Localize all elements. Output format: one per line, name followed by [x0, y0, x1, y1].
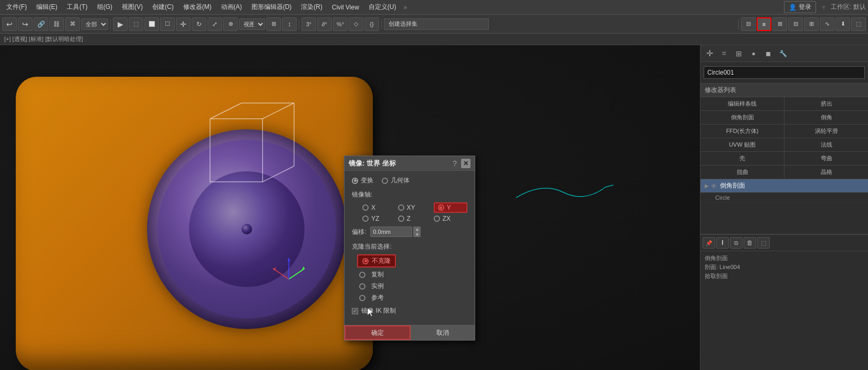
axis-y[interactable]: Y [434, 202, 467, 213]
reference-coord[interactable]: 视图 [239, 18, 265, 30]
dialog-confirm-button[interactable]: 确定 [344, 325, 411, 340]
eye-icon[interactable]: 👁 [711, 183, 717, 189]
modifier-cell-bevel-profile[interactable]: 倒角剖面 [700, 111, 784, 124]
dialog-help-button[interactable]: ? [453, 159, 457, 168]
scale-uniform[interactable]: ⊕ [223, 17, 238, 31]
offset-down-btn[interactable]: ▼ [413, 232, 421, 237]
modifier-cell-lattice[interactable]: 晶格 [785, 166, 868, 179]
scale-tool[interactable]: ⤢ [207, 17, 222, 31]
motion-panel-btn[interactable]: ● [747, 47, 760, 60]
select-tool[interactable]: ▶ [113, 17, 128, 31]
menu-civil-view[interactable]: Civil View [328, 3, 363, 12]
axis-z[interactable]: Z [398, 215, 427, 222]
object-name-field[interactable] [704, 66, 865, 79]
align-btn[interactable]: ≡ [757, 17, 771, 31]
select-and-place[interactable]: ↕ [282, 17, 297, 31]
geometry-radio[interactable]: 几何体 [382, 176, 410, 185]
menu-animation[interactable]: 动画(A) [217, 2, 246, 13]
modifier-sub-circle[interactable]: Circle [700, 193, 868, 203]
axis-xy[interactable]: XY [398, 204, 427, 211]
schematic-view-btn[interactable]: ∿ [820, 17, 834, 31]
modifier-stack-item-bevel-profile[interactable]: ▶ 👁 倒角剖面 [700, 179, 868, 193]
modifier-cell-turbosmooth[interactable]: 涡轮平滑 [785, 125, 868, 138]
offset-input[interactable] [370, 227, 412, 237]
svg-line-7 [273, 269, 289, 279]
viewport[interactable]: 镜像: 世界 坐标 ? ✕ 变换 几 [0, 45, 700, 370]
snap-spinner[interactable]: ◇ [349, 17, 363, 31]
menu-modifier[interactable]: 修改器(M) [179, 2, 216, 13]
link-button[interactable]: 🔗 [34, 17, 48, 31]
paint-select[interactable]: ☐ [160, 17, 175, 31]
menu-file[interactable]: 文件(F) [2, 2, 31, 13]
modifier-cell-bend[interactable]: 弯曲 [785, 152, 868, 165]
make-unique-button[interactable]: ⬚ [757, 237, 770, 249]
schematic[interactable]: {} [364, 17, 379, 31]
svg-line-0 [210, 103, 242, 119]
unlink-button[interactable]: ⛓ [49, 17, 64, 31]
grid-btn[interactable]: ⊞ [772, 17, 787, 31]
undo-button[interactable]: ↩ [2, 17, 17, 31]
pivot-btn[interactable]: ⊞ [266, 17, 281, 31]
modifier-cell-normal[interactable]: 法线 [785, 138, 868, 151]
axis-yz[interactable]: YZ [362, 215, 392, 222]
clone-none-radio [362, 258, 369, 264]
curve-editor-btn[interactable]: ⊞ [804, 17, 819, 31]
modifier-cell-twist[interactable]: 扭曲 [700, 166, 784, 179]
right-panel: ✛ ⌗ ⊞ ● ◼ 🔧 修改器列表 编辑样条线 挤出 倒角剖面 倒角 FFD(长… [700, 45, 868, 370]
selection-filter[interactable]: 全部 [81, 18, 108, 30]
login-button[interactable]: 👤 登录 [784, 1, 816, 13]
clone-none-option[interactable]: 不克隆 [357, 254, 467, 268]
axis-x[interactable]: X [362, 204, 392, 211]
edit-modifier-button[interactable]: I [716, 237, 729, 249]
delete-modifier-button[interactable]: 🗑 [744, 237, 756, 249]
menu-group[interactable]: 组(G) [93, 2, 117, 13]
clone-copy-option[interactable]: 复制 [359, 270, 467, 279]
menu-tools[interactable]: 工具(T) [62, 2, 91, 13]
menu-view[interactable]: 视图(V) [118, 2, 147, 13]
utils-panel-btn[interactable]: 🔧 [776, 47, 790, 60]
rotate-tool[interactable]: ↻ [192, 17, 206, 31]
modifier-cell-edit-spline[interactable]: 编辑样条线 [700, 97, 784, 110]
clone-instance-option[interactable]: 实例 [359, 282, 467, 291]
transform-geometry-row: 变换 几何体 [352, 176, 467, 185]
modifier-cell-extrude[interactable]: 挤出 [785, 97, 868, 110]
bind-button[interactable]: ⌘ [65, 17, 80, 31]
transform-radio[interactable]: 变换 [352, 176, 373, 185]
snap-3d[interactable]: 3° [301, 17, 316, 31]
offset-up-btn[interactable]: ▲ [413, 227, 421, 232]
snap-angle[interactable]: ∂° [317, 17, 332, 31]
copy-modifier-button[interactable]: ⧉ [730, 237, 742, 249]
extra-btn[interactable]: ⬚ [851, 17, 866, 31]
container-btn[interactable]: ⬇ [835, 17, 850, 31]
menu-customize[interactable]: 自定义(U) [364, 2, 401, 13]
menu-create[interactable]: 创建(C) [148, 2, 178, 13]
menu-edit[interactable]: 编辑(E) [32, 2, 61, 13]
sep4 [738, 19, 739, 29]
clone-reference-option[interactable]: 参考 [359, 293, 467, 302]
mirror-btn[interactable]: ⊟ [741, 17, 756, 31]
modifier-cell-shell[interactable]: 壳 [700, 152, 784, 165]
named-selection-field[interactable]: 创建选择集 [384, 18, 489, 30]
modifier-list-header[interactable]: 修改器列表 [700, 83, 868, 97]
sep2 [299, 19, 299, 29]
pin-button[interactable]: 📌 [703, 237, 715, 249]
hierarchy-panel-btn[interactable]: ⊞ [732, 47, 746, 60]
modifier-cell-uvw[interactable]: UVW 贴图 [700, 138, 784, 151]
modify-panel-btn[interactable]: ⌗ [717, 47, 731, 60]
dialog-cancel-button[interactable]: 取消 [411, 325, 475, 340]
axis-zx[interactable]: ZX [434, 215, 467, 222]
snap-percent[interactable]: %° [333, 17, 348, 31]
display-panel-btn[interactable]: ◼ [761, 47, 775, 60]
modifier-cell-bevel[interactable]: 倒角 [785, 111, 868, 124]
lasso-select[interactable]: ⬜ [144, 17, 159, 31]
select-region[interactable]: ⬚ [129, 17, 143, 31]
menu-render[interactable]: 渲染(R) [297, 2, 327, 13]
modifier-cell-ffd[interactable]: FFD(长方体) [700, 125, 784, 138]
layer-btn[interactable]: ⊟ [788, 17, 803, 31]
move-tool[interactable]: ✛ [176, 17, 191, 31]
menu-graph-editor[interactable]: 图形编辑器(D) [247, 2, 296, 13]
dialog-close-button[interactable]: ✕ [461, 159, 470, 168]
create-panel-btn[interactable]: ✛ [703, 47, 716, 60]
redo-button[interactable]: ↪ [18, 17, 33, 31]
mirror-ik-checkbox[interactable]: ✓ [352, 308, 358, 314]
